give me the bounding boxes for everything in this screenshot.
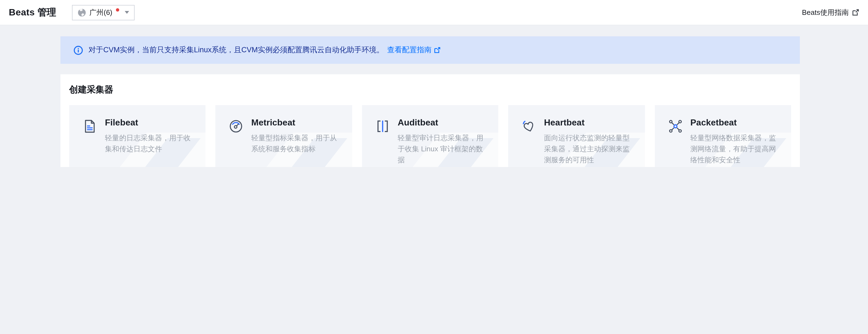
card-title: Auditbeat [398,118,489,128]
beat-cards: Filebeat 轻量的日志采集器，用于收集和传达日志文件 [69,105,791,167]
auditbeat-brackets-icon [375,119,390,134]
card-filebeat[interactable]: Filebeat 轻量的日志采集器，用于收集和传达日志文件 [69,105,206,167]
card-description: 轻量型审计日志采集器，用于收集 Linux 审计框架的数据 [398,133,489,166]
card-description: 面向运行状态监测的轻量型采集器，通过主动探测来监测服务的可用性 [544,133,635,166]
external-link-icon [434,47,441,53]
create-collector-section: 创建采集器 Filebeat [60,74,800,167]
card-title: Heartbeat [544,118,635,128]
view-config-guide-link[interactable]: 查看配置指南 [387,45,441,55]
card-metricbeat[interactable]: Metricbeat 轻量型指标采集器，用于从系统和服务收集指标 [216,105,352,167]
card-description: 轻量型网络数据采集器，监测网络流量，有助于提高网络性能和安全性 [690,133,781,166]
card-title: Metricbeat [251,118,342,128]
create-collector-title: 创建采集器 [69,84,791,96]
cvm-info-alert: 对于CVM实例，当前只支持采集Linux系统，且CVM实例必须配置腾讯云自动化助… [60,36,800,64]
card-description: 轻量的日志采集器，用于收集和传达日志文件 [105,133,196,155]
region-selector[interactable]: 广州(6) [72,5,134,20]
beats-guide-link[interactable]: Beats使用指南 [802,7,860,17]
heartbeat-heart-icon [521,119,536,134]
globe-icon [77,8,86,17]
card-title: Filebeat [105,118,196,128]
chevron-down-icon [124,11,129,14]
content-area: 对于CVM实例，当前只支持采集Linux系统，且CVM实例必须配置腾讯云自动化助… [0,25,868,167]
card-auditbeat[interactable]: Auditbeat 轻量型审计日志采集器，用于收集 Linux 审计框架的数据 [362,105,499,167]
alert-text: 对于CVM实例，当前只支持采集Linux系统，且CVM实例必须配置腾讯云自动化助… [88,45,384,55]
card-description: 轻量型指标采集器，用于从系统和服务收集指标 [251,133,342,155]
beats-management-page: Beats 管理 广州(6) Beats使用指南 [0,0,868,167]
card-title: Packetbeat [690,118,781,128]
guide-link-label: Beats使用指南 [802,7,849,17]
page-title: Beats 管理 [9,6,56,19]
card-heartbeat[interactable]: Heartbeat 面向运行状态监测的轻量型采集器，通过主动探测来监测服务的可用… [508,105,645,167]
filebeat-document-icon [83,119,97,134]
top-bar: Beats 管理 广州(6) Beats使用指南 [0,0,868,25]
external-link-icon [852,9,859,16]
info-icon [73,46,83,55]
view-config-guide-label: 查看配置指南 [387,45,432,55]
packetbeat-network-icon [668,119,683,134]
region-label: 广州(6) [89,7,112,17]
region-notification-dot [116,8,119,11]
metricbeat-gauge-icon [229,119,244,134]
card-packetbeat[interactable]: Packetbeat 轻量型网络数据采集器，监测网络流量，有助于提高网络性能和安… [655,105,791,167]
